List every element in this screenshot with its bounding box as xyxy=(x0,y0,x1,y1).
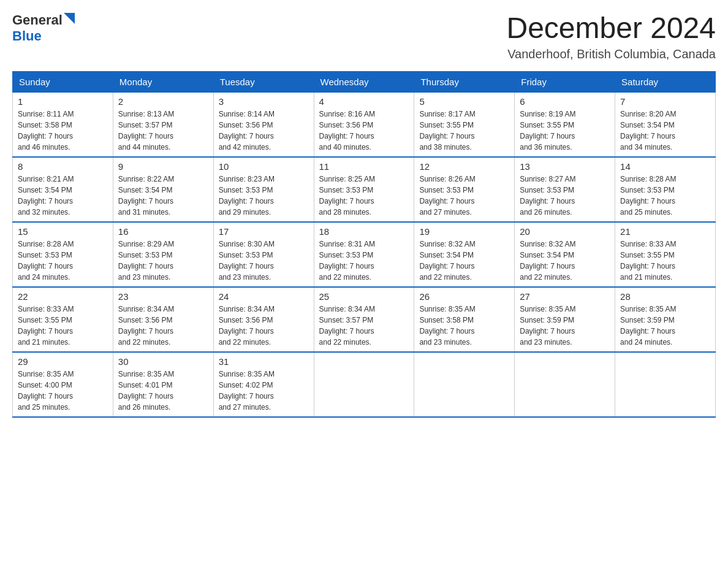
day-info: Sunrise: 8:34 AMSunset: 3:56 PMDaylight:… xyxy=(118,304,208,348)
day-info: Sunrise: 8:32 AMSunset: 3:54 PMDaylight:… xyxy=(419,239,509,283)
day-info: Sunrise: 8:31 AMSunset: 3:53 PMDaylight:… xyxy=(319,239,409,283)
calendar-cell: 21Sunrise: 8:33 AMSunset: 3:55 PMDayligh… xyxy=(615,222,716,287)
calendar-cell: 3Sunrise: 8:14 AMSunset: 3:56 PMDaylight… xyxy=(213,92,314,157)
day-number: 14 xyxy=(620,161,710,172)
day-info: Sunrise: 8:20 AMSunset: 3:54 PMDaylight:… xyxy=(620,109,710,153)
calendar-cell: 23Sunrise: 8:34 AMSunset: 3:56 PMDayligh… xyxy=(113,287,213,352)
calendar-cell: 9Sunrise: 8:22 AMSunset: 3:54 PMDaylight… xyxy=(113,157,213,222)
day-info: Sunrise: 8:13 AMSunset: 3:57 PMDaylight:… xyxy=(118,109,208,153)
logo-arrow-icon xyxy=(64,13,77,26)
day-info: Sunrise: 8:35 AMSunset: 3:59 PMDaylight:… xyxy=(620,304,710,348)
logo-blue-text: Blue xyxy=(12,28,42,44)
month-year-title: December 2024 xyxy=(506,12,716,45)
day-info: Sunrise: 8:29 AMSunset: 3:53 PMDaylight:… xyxy=(118,239,208,283)
calendar-table: SundayMondayTuesdayWednesdayThursdayFrid… xyxy=(12,71,716,418)
calendar-cell: 10Sunrise: 8:23 AMSunset: 3:53 PMDayligh… xyxy=(213,157,314,222)
week-row: 22Sunrise: 8:33 AMSunset: 3:55 PMDayligh… xyxy=(13,287,716,352)
calendar-cell: 13Sunrise: 8:27 AMSunset: 3:53 PMDayligh… xyxy=(515,157,615,222)
day-info: Sunrise: 8:33 AMSunset: 3:55 PMDaylight:… xyxy=(18,304,108,348)
day-info: Sunrise: 8:14 AMSunset: 3:56 PMDaylight:… xyxy=(219,109,309,153)
day-number: 23 xyxy=(118,291,208,302)
week-row: 15Sunrise: 8:28 AMSunset: 3:53 PMDayligh… xyxy=(13,222,716,287)
day-number: 3 xyxy=(219,96,309,107)
title-area: December 2024 Vanderhoof, British Columb… xyxy=(506,12,716,61)
day-info: Sunrise: 8:16 AMSunset: 3:56 PMDaylight:… xyxy=(319,109,409,153)
page-header: General Blue December 2024 Vanderhoof, B… xyxy=(12,12,716,61)
calendar-cell: 19Sunrise: 8:32 AMSunset: 3:54 PMDayligh… xyxy=(414,222,515,287)
day-number: 2 xyxy=(118,96,208,107)
column-header-saturday: Saturday xyxy=(615,71,716,92)
day-info: Sunrise: 8:34 AMSunset: 3:56 PMDaylight:… xyxy=(219,304,309,348)
day-number: 21 xyxy=(620,226,710,237)
calendar-cell: 15Sunrise: 8:28 AMSunset: 3:53 PMDayligh… xyxy=(13,222,113,287)
day-info: Sunrise: 8:35 AMSunset: 4:01 PMDaylight:… xyxy=(118,369,208,413)
day-info: Sunrise: 8:25 AMSunset: 3:53 PMDaylight:… xyxy=(319,174,409,218)
day-number: 12 xyxy=(419,161,509,172)
calendar-cell: 1Sunrise: 8:11 AMSunset: 3:58 PMDaylight… xyxy=(13,92,113,157)
column-header-friday: Friday xyxy=(515,71,615,92)
day-number: 18 xyxy=(319,226,409,237)
day-number: 15 xyxy=(18,226,108,237)
calendar-cell xyxy=(515,352,615,417)
day-number: 11 xyxy=(319,161,409,172)
column-header-thursday: Thursday xyxy=(414,71,515,92)
day-number: 9 xyxy=(118,161,208,172)
day-number: 31 xyxy=(219,356,309,367)
day-info: Sunrise: 8:28 AMSunset: 3:53 PMDaylight:… xyxy=(620,174,710,218)
location-subtitle: Vanderhoof, British Columbia, Canada xyxy=(506,47,716,61)
day-number: 22 xyxy=(18,291,108,302)
calendar-body: 1Sunrise: 8:11 AMSunset: 3:58 PMDaylight… xyxy=(13,92,716,417)
column-header-wednesday: Wednesday xyxy=(314,71,414,92)
calendar-cell: 16Sunrise: 8:29 AMSunset: 3:53 PMDayligh… xyxy=(113,222,213,287)
calendar-cell: 6Sunrise: 8:19 AMSunset: 3:55 PMDaylight… xyxy=(515,92,615,157)
calendar-cell: 31Sunrise: 8:35 AMSunset: 4:02 PMDayligh… xyxy=(213,352,314,417)
week-row: 8Sunrise: 8:21 AMSunset: 3:54 PMDaylight… xyxy=(13,157,716,222)
day-number: 19 xyxy=(419,226,509,237)
day-info: Sunrise: 8:22 AMSunset: 3:54 PMDaylight:… xyxy=(118,174,208,218)
day-number: 16 xyxy=(118,226,208,237)
calendar-cell: 12Sunrise: 8:26 AMSunset: 3:53 PMDayligh… xyxy=(414,157,515,222)
day-info: Sunrise: 8:35 AMSunset: 4:00 PMDaylight:… xyxy=(18,369,108,413)
day-number: 20 xyxy=(520,226,610,237)
day-number: 29 xyxy=(18,356,108,367)
week-row: 29Sunrise: 8:35 AMSunset: 4:00 PMDayligh… xyxy=(13,352,716,417)
calendar-cell: 17Sunrise: 8:30 AMSunset: 3:53 PMDayligh… xyxy=(213,222,314,287)
day-info: Sunrise: 8:19 AMSunset: 3:55 PMDaylight:… xyxy=(520,109,610,153)
day-info: Sunrise: 8:33 AMSunset: 3:55 PMDaylight:… xyxy=(620,239,710,283)
logo-general-text: General xyxy=(12,12,63,28)
day-info: Sunrise: 8:11 AMSunset: 3:58 PMDaylight:… xyxy=(18,109,108,153)
day-info: Sunrise: 8:26 AMSunset: 3:53 PMDaylight:… xyxy=(419,174,509,218)
day-number: 5 xyxy=(419,96,509,107)
day-info: Sunrise: 8:35 AMSunset: 4:02 PMDaylight:… xyxy=(219,369,309,413)
day-number: 10 xyxy=(219,161,309,172)
day-number: 26 xyxy=(419,291,509,302)
day-number: 27 xyxy=(520,291,610,302)
day-info: Sunrise: 8:30 AMSunset: 3:53 PMDaylight:… xyxy=(219,239,309,283)
header-row: SundayMondayTuesdayWednesdayThursdayFrid… xyxy=(13,71,716,92)
calendar-cell: 20Sunrise: 8:32 AMSunset: 3:54 PMDayligh… xyxy=(515,222,615,287)
calendar-cell: 22Sunrise: 8:33 AMSunset: 3:55 PMDayligh… xyxy=(13,287,113,352)
day-info: Sunrise: 8:27 AMSunset: 3:53 PMDaylight:… xyxy=(520,174,610,218)
calendar-cell: 2Sunrise: 8:13 AMSunset: 3:57 PMDaylight… xyxy=(113,92,213,157)
day-info: Sunrise: 8:34 AMSunset: 3:57 PMDaylight:… xyxy=(319,304,409,348)
calendar-cell: 28Sunrise: 8:35 AMSunset: 3:59 PMDayligh… xyxy=(615,287,716,352)
day-info: Sunrise: 8:35 AMSunset: 3:59 PMDaylight:… xyxy=(520,304,610,348)
calendar-cell: 30Sunrise: 8:35 AMSunset: 4:01 PMDayligh… xyxy=(113,352,213,417)
calendar-cell: 4Sunrise: 8:16 AMSunset: 3:56 PMDaylight… xyxy=(314,92,414,157)
column-header-sunday: Sunday xyxy=(13,71,113,92)
day-number: 30 xyxy=(118,356,208,367)
calendar-cell: 25Sunrise: 8:34 AMSunset: 3:57 PMDayligh… xyxy=(314,287,414,352)
day-info: Sunrise: 8:23 AMSunset: 3:53 PMDaylight:… xyxy=(219,174,309,218)
day-number: 17 xyxy=(219,226,309,237)
day-number: 24 xyxy=(219,291,309,302)
day-number: 13 xyxy=(520,161,610,172)
day-info: Sunrise: 8:17 AMSunset: 3:55 PMDaylight:… xyxy=(419,109,509,153)
calendar-cell: 5Sunrise: 8:17 AMSunset: 3:55 PMDaylight… xyxy=(414,92,515,157)
calendar-cell: 7Sunrise: 8:20 AMSunset: 3:54 PMDaylight… xyxy=(615,92,716,157)
svg-marker-0 xyxy=(64,13,75,24)
logo: General Blue xyxy=(12,12,77,44)
calendar-cell: 14Sunrise: 8:28 AMSunset: 3:53 PMDayligh… xyxy=(615,157,716,222)
calendar-cell: 27Sunrise: 8:35 AMSunset: 3:59 PMDayligh… xyxy=(515,287,615,352)
calendar-cell: 18Sunrise: 8:31 AMSunset: 3:53 PMDayligh… xyxy=(314,222,414,287)
day-number: 6 xyxy=(520,96,610,107)
